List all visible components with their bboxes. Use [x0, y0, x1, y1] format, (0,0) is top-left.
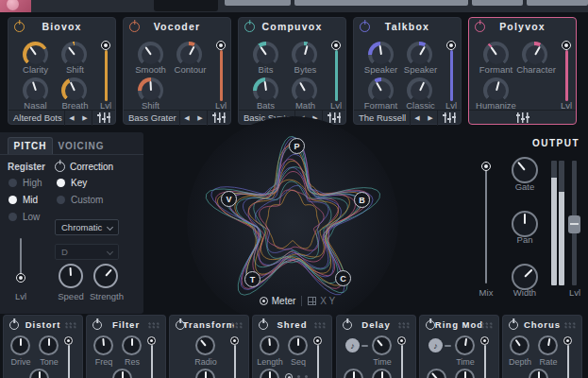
key-label[interactable]: Key	[71, 178, 87, 188]
classic-knob[interactable]	[407, 77, 432, 103]
mix-slider-track[interactable]	[485, 170, 487, 284]
node-talkbox[interactable]: T	[244, 271, 260, 287]
rate-knob[interactable]	[538, 335, 558, 355]
header-preset-bar[interactable]	[294, 0, 468, 6]
breath-knob[interactable]	[61, 77, 87, 103]
level-slider-track[interactable]	[565, 50, 568, 101]
fx-knob[interactable]	[372, 369, 392, 378]
fx-level-track[interactable]	[317, 345, 320, 378]
strength-knob[interactable]	[93, 264, 118, 288]
node-vocoder[interactable]: V	[221, 191, 237, 207]
drag-handle-icon[interactable]	[65, 322, 77, 329]
fx-level-handle[interactable]	[313, 336, 322, 345]
freq-knob[interactable]	[93, 335, 113, 355]
width-knob[interactable]	[512, 264, 538, 290]
drag-handle-icon[interactable]	[564, 322, 577, 329]
fx-level-track[interactable]	[234, 345, 237, 378]
contour-knob[interactable]	[176, 42, 202, 67]
tempo-sync-icon[interactable]: ♪	[428, 338, 443, 352]
fx-level-track[interactable]	[567, 345, 570, 378]
header-button[interactable]	[225, 0, 291, 6]
scale-select[interactable]: Chromatic	[55, 219, 119, 235]
fx-knob[interactable]	[455, 369, 475, 378]
humanize-knob[interactable]	[483, 77, 509, 103]
length-knob[interactable]	[260, 335, 279, 355]
fx-level-track[interactable]	[484, 345, 487, 378]
speaker-knob[interactable]	[407, 42, 432, 67]
register-mid-label[interactable]: Mid	[23, 195, 38, 205]
preset-name[interactable]: Altered Bots	[8, 112, 64, 123]
preset-name[interactable]: Bass Grater	[124, 112, 179, 123]
level-slider-handle[interactable]	[216, 41, 226, 50]
register-low-radio[interactable]	[8, 213, 17, 221]
advanced-panel-icon[interactable]	[92, 112, 115, 123]
bytes-knob[interactable]	[292, 42, 317, 67]
math-knob[interactable]	[292, 77, 317, 103]
speaker-knob[interactable]	[368, 42, 394, 67]
fx-level-track[interactable]	[401, 345, 404, 378]
register-mid-radio[interactable]	[8, 196, 17, 204]
root-select[interactable]: D	[55, 244, 119, 260]
drag-handle-icon[interactable]	[398, 322, 411, 329]
shift-knob[interactable]	[61, 42, 87, 67]
nasal-knob[interactable]	[23, 77, 48, 103]
drag-handle-icon[interactable]	[231, 322, 244, 329]
node-compuvox[interactable]: C	[335, 270, 351, 286]
register-high-label[interactable]: High	[23, 178, 42, 188]
advanced-panel-icon[interactable]	[512, 112, 534, 123]
drag-handle-icon[interactable]	[148, 322, 160, 329]
pan-knob[interactable]	[512, 211, 538, 237]
output-fader-handle[interactable]	[568, 215, 580, 233]
fx-level-handle[interactable]	[230, 336, 239, 345]
formant-knob[interactable]	[483, 42, 509, 67]
fx-level-track[interactable]	[151, 345, 154, 378]
level-slider-handle[interactable]	[331, 41, 341, 50]
fx-knob[interactable]	[529, 369, 548, 378]
fx-level-track[interactable]	[68, 345, 71, 378]
fx-level-handle[interactable]	[147, 336, 156, 345]
node-polyvox[interactable]: P	[289, 138, 305, 154]
time-knob[interactable]	[455, 335, 475, 355]
tab-voicing[interactable]: VOICING	[54, 137, 109, 154]
level-slider-handle[interactable]	[446, 41, 456, 50]
smooth-knob[interactable]	[138, 42, 163, 67]
register-low-label[interactable]: Low	[23, 212, 40, 222]
drag-handle-icon[interactable]	[314, 322, 327, 329]
level-slider-handle[interactable]	[562, 41, 571, 50]
advanced-panel-icon[interactable]	[438, 112, 461, 123]
level-slider-track[interactable]	[105, 50, 108, 101]
custom-label[interactable]: Custom	[71, 195, 103, 205]
depth-knob[interactable]	[510, 335, 529, 355]
register-high-radio[interactable]	[8, 179, 17, 187]
fx-level-handle[interactable]	[480, 336, 489, 345]
fx-knob[interactable]	[195, 369, 215, 378]
next-preset-icon[interactable]: ▶	[424, 114, 437, 122]
level-slider-track[interactable]	[335, 50, 338, 101]
fx-knob[interactable]	[260, 369, 279, 378]
tempo-sync-icon[interactable]: ♪	[345, 338, 360, 352]
app-logo-icon[interactable]	[0, 0, 31, 12]
fx-level-handle[interactable]	[563, 336, 572, 345]
fx-knob[interactable]	[427, 369, 446, 378]
prev-preset-icon[interactable]: ◀	[65, 114, 78, 122]
fx-level-handle[interactable]	[397, 336, 406, 345]
gate-knob[interactable]	[512, 157, 538, 183]
prev-preset-icon[interactable]: ◀	[411, 114, 424, 122]
level-slider-handle[interactable]	[101, 41, 110, 50]
shred-mode-radio[interactable]	[285, 373, 293, 378]
level-slider-track[interactable]	[220, 50, 223, 101]
xy-mode[interactable]: X Y	[308, 296, 335, 306]
mix-slider-handle[interactable]	[481, 162, 491, 171]
clarity-knob[interactable]	[23, 42, 48, 67]
time-knob[interactable]	[372, 335, 392, 355]
speed-knob[interactable]	[59, 264, 83, 288]
header-button[interactable]	[527, 0, 588, 6]
meter-mode[interactable]: Meter	[260, 296, 296, 306]
fx-knob[interactable]	[112, 369, 132, 378]
formant-knob[interactable]	[368, 77, 394, 103]
radio-knob[interactable]	[195, 335, 215, 355]
character-knob[interactable]	[522, 42, 547, 67]
drive-knob[interactable]	[10, 335, 30, 355]
bits-knob[interactable]	[253, 42, 278, 67]
bats-knob[interactable]	[253, 77, 278, 103]
